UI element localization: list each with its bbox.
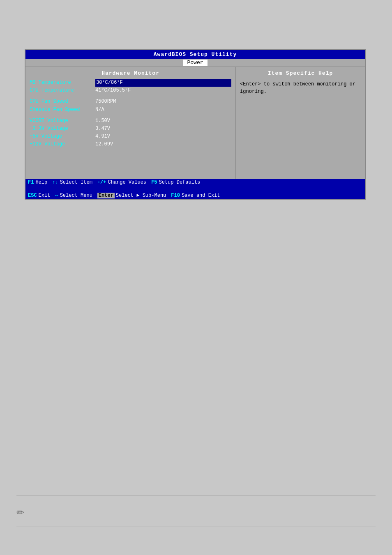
mb-temp-row: MB Temperature 30°C/86°F	[30, 79, 231, 87]
plusminus-desc: Change Values	[108, 180, 146, 185]
chassis-fan-value: N/A	[95, 106, 231, 114]
right-panel: Item Specific Help <Enter> to switch bet…	[236, 67, 365, 179]
v12-row: +12V Voltage 12.09V	[30, 140, 231, 148]
footer-f10: F10 Save and Exit	[171, 193, 220, 198]
f5-key: F5	[151, 180, 157, 185]
bios-container: AwardBIOS Setup Utility Power Hardware M…	[25, 49, 366, 200]
v5-value: 4.91V	[95, 133, 231, 140]
left-panel-spacer	[30, 152, 231, 177]
left-panel-header: Hardware Monitor	[30, 69, 231, 79]
footer-enter: Enter Select ► Sub-Menu	[97, 193, 166, 198]
cpu-fan-value: 7500RPM	[95, 98, 231, 106]
plusminus-key: -/+	[97, 180, 106, 185]
f10-desc: Save and Exit	[182, 193, 220, 198]
vcore-row: VCORE Voltage 1.50V	[30, 117, 231, 125]
footer-plusminus: -/+ Change Values	[97, 180, 146, 185]
esc-desc: Exit	[39, 193, 51, 198]
f1-desc: Help	[35, 180, 47, 185]
pencil-icon: ✏️	[16, 503, 24, 519]
mb-temp-label: MB Temperature	[30, 79, 95, 87]
vcore-label: VCORE Voltage	[30, 117, 95, 125]
lr-arrows-key: ↔	[55, 193, 58, 198]
help-text: <Enter> to switch between monitoring or …	[240, 81, 361, 95]
footer-bar: F1 Help ↑↓ Select Item -/+ Change Values…	[25, 179, 365, 199]
cpu-fan-row: CPU Fan Speed 7500RPM	[30, 98, 231, 106]
f10-key: F10	[171, 193, 180, 198]
right-panel-header: Item Specific Help	[240, 69, 361, 79]
footer-f5: F5 Setup Defaults	[151, 180, 200, 185]
f1-key: F1	[28, 180, 34, 185]
mb-temp-value: 30°C/86°F	[95, 79, 231, 87]
temperature-section: MB Temperature 30°C/86°F CPU Temperature…	[30, 79, 231, 94]
pencil-section: ✏️	[16, 499, 376, 523]
footer-lr-arrows: ↔ Select Menu	[55, 193, 92, 198]
left-panel: Hardware Monitor MB Temperature 30°C/86°…	[25, 67, 236, 179]
arrows-desc: Select Item	[60, 180, 92, 185]
menu-item-power[interactable]: Power	[183, 60, 207, 66]
enter-desc: Select ► Sub-Menu	[116, 193, 166, 198]
bios-title: AwardBIOS Setup Utility	[154, 51, 237, 58]
v12-value: 12.09V	[95, 140, 231, 148]
voltage-section: VCORE Voltage 1.50V +3.3V Voltage 3.47V …	[30, 117, 231, 149]
cpu-temp-value: 41°C/105.5°F	[95, 87, 231, 94]
chassis-fan-row: Chassis Fan Speed N/A	[30, 106, 231, 114]
cpu-temp-row: CPU Temperature 41°C/105.5°F	[30, 87, 231, 94]
v33-row: +3.3V Voltage 3.47V	[30, 125, 231, 133]
fan-section: CPU Fan Speed 7500RPM Chassis Fan Speed …	[30, 98, 231, 113]
top-divider	[16, 495, 376, 495]
vcore-value: 1.50V	[95, 117, 231, 125]
arrows-key: ↑↓	[52, 180, 58, 185]
footer-f1: F1 Help	[28, 180, 47, 185]
bottom-divider	[16, 527, 376, 527]
bios-title-bar: AwardBIOS Setup Utility	[25, 50, 365, 59]
menu-bar: Power	[25, 59, 365, 67]
main-content: Hardware Monitor MB Temperature 30°C/86°…	[25, 67, 365, 179]
v33-label: +3.3V Voltage	[30, 125, 95, 133]
footer-esc: ESC Exit	[28, 193, 50, 198]
v5-row: +5V Voltage 4.91V	[30, 133, 231, 140]
v5-label: +5V Voltage	[30, 133, 95, 140]
lr-arrows-desc: Select Menu	[60, 193, 92, 198]
esc-key: ESC	[28, 193, 37, 198]
v33-value: 3.47V	[95, 125, 231, 133]
chassis-fan-label: Chassis Fan Speed	[30, 106, 95, 114]
v12-label: +12V Voltage	[30, 140, 95, 148]
cpu-fan-label: CPU Fan Speed	[30, 98, 95, 106]
f5-desc: Setup Defaults	[159, 180, 200, 185]
bottom-section: ✏️	[0, 492, 392, 530]
enter-key: Enter	[97, 193, 115, 198]
page-wrapper: AwardBIOS Setup Utility Power Hardware M…	[0, 0, 392, 555]
cpu-temp-label: CPU Temperature	[30, 87, 95, 94]
footer-arrows: ↑↓ Select Item	[52, 180, 92, 185]
